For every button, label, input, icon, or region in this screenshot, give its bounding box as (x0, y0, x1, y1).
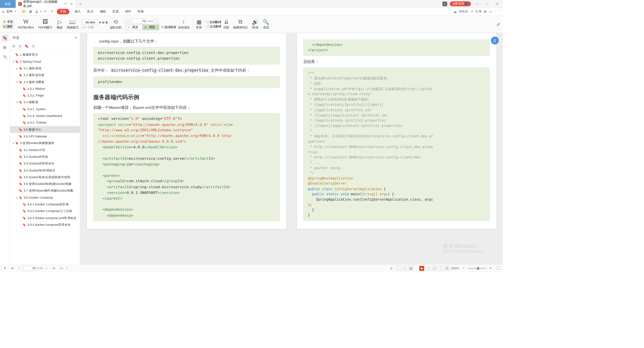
rotate-doc[interactable]: ⟲旋转文档 (108, 19, 123, 29)
sb-layout2-icon[interactable]: ▫ (64, 266, 70, 270)
collapse-ribbon-icon[interactable]: ˆ (500, 10, 501, 14)
gear-icon[interactable]: ⚙ (484, 10, 487, 14)
fullscreen-icon[interactable]: ⛶ (495, 266, 501, 270)
bookmark-options-icon[interactable]: ☰ (32, 44, 35, 48)
next-page-icon[interactable]: › (44, 266, 50, 270)
bookmark-item[interactable]: ▾🔖2.4 熔断器 (10, 99, 80, 106)
sb-face-icon[interactable]: ☺ (388, 266, 394, 270)
bookmark-item[interactable]: 🔖2.2 服务提供者 (10, 72, 80, 78)
double-page-option[interactable]: ▫▫ 双页 (142, 24, 159, 30)
background-button[interactable]: ▦背景 (194, 19, 204, 29)
open-icon[interactable]: 📂 (21, 10, 27, 14)
bookmark-item[interactable]: 🔖2.4.2. Hystrix Dashboard (10, 113, 80, 119)
cloud-link-icon[interactable]: 🔗 (496, 22, 500, 26)
full-translate-toggle[interactable]: 全文翻译 (206, 24, 221, 28)
file-menu[interactable]: 文件 (6, 9, 13, 14)
bookmark-item[interactable]: 🔖3.3 Docker的常用命令 (10, 160, 80, 167)
sb-btn-4[interactable]: ⊡ (445, 266, 449, 271)
thumbnails-icon[interactable]: ▤ (1, 44, 8, 51)
menu-protect[interactable]: 保护 (122, 9, 134, 14)
share-icon[interactable]: ↗ (470, 10, 473, 14)
actual-size-icon[interactable]: ◻ (88, 25, 90, 28)
prev-page-button[interactable]: ‹ (126, 18, 130, 24)
minimize-button[interactable]: — (474, 2, 481, 6)
bookmark-item[interactable]: 🔖3.1 Docker介绍 (10, 146, 80, 153)
fit-page-icon[interactable]: ▫ (86, 25, 87, 28)
bookmark-item[interactable]: 🔖3.8.3 docker-compose.yml常用命令 (10, 214, 80, 221)
more-icon[interactable]: ⋮ (494, 10, 497, 14)
close-tab-icon[interactable]: ✕ (70, 2, 73, 6)
sb-btn-1[interactable]: □ (426, 266, 430, 271)
bookmark-item[interactable]: 🔖3.7 使用Maven插件构建Docker镜像 (10, 187, 80, 194)
bookmark-item[interactable]: 🔖1 微服务简介 (10, 51, 80, 58)
undo-icon[interactable]: ↶ (43, 10, 48, 14)
guest-login-button[interactable]: 访客登录👤 (450, 1, 471, 6)
continuous-read-toggle[interactable]: 连续阅读 (161, 25, 176, 29)
floating-tool-icon[interactable]: ☰ (491, 37, 499, 44)
start-tab[interactable]: 开始 (57, 9, 69, 14)
bookmark-item[interactable]: 🔖3.8.1 Docker Compose的安装 (10, 201, 80, 208)
menu-edit[interactable]: 编辑 (97, 9, 109, 14)
view-mode-2[interactable]: ▫▫ (402, 266, 407, 271)
menu-convert[interactable]: 转换 (135, 9, 146, 14)
sb-btn-3[interactable]: ▫ (438, 266, 443, 271)
zoom-in-icon[interactable]: ⊕ (105, 20, 108, 24)
view-mode-3[interactable]: ▤ (409, 266, 413, 271)
bookmark-item[interactable]: 🔖2.5 配置中心 (10, 126, 80, 133)
menu-insert[interactable]: 插入 (72, 9, 84, 14)
bookmark-item[interactable]: 🔖2.3.2. Feign (10, 92, 80, 99)
menu-page[interactable]: 页面 (110, 9, 121, 14)
view-mode-1[interactable]: ▫ (396, 266, 400, 271)
redo-icon[interactable]: ↷ (49, 10, 54, 14)
bookmark-item[interactable]: ▾🔖3.8 Docker Compose (10, 194, 80, 201)
zoom-input[interactable] (83, 20, 98, 25)
compress-button[interactable]: ⇊压缩 (221, 19, 231, 29)
bookmark-item[interactable]: 🔖2.4.3. Turbine (10, 119, 80, 126)
close-window-button[interactable]: ✕ (493, 2, 501, 6)
save-icon[interactable]: 🖶 (28, 10, 33, 14)
new-tab-button[interactable]: + (76, 1, 85, 6)
bookmark-item[interactable]: 🔖3.2 Docker的安装 (10, 153, 80, 160)
window-mode-icon[interactable]: ▭ (489, 10, 492, 14)
bookmark-item[interactable]: ▾🔖3 使用Docker构建微服务 (10, 140, 80, 146)
hand-tool[interactable]: ✋ 手型 (3, 20, 13, 24)
status-page-input[interactable] (23, 266, 36, 271)
sb-layout1-icon[interactable]: ▭ (58, 266, 64, 270)
page-input[interactable] (131, 18, 146, 24)
maximize-button[interactable]: □ (484, 2, 491, 6)
bookmark-item[interactable]: 🔖3.6 使用Dockerfile构建Docker镜像 (10, 181, 80, 187)
bookmark-item[interactable]: 🔖2.3.1 Ribbon (10, 85, 80, 92)
menu-annotate[interactable]: 批注 (85, 9, 96, 14)
expand-all-icon[interactable]: ⊞ (12, 44, 15, 48)
single-page-option[interactable]: ▫ 单页 (126, 24, 142, 30)
bookmark-item[interactable]: ▾🔖2 Spring Cloud (10, 58, 80, 65)
sb-hamburger-icon[interactable]: ≡ (2, 266, 8, 270)
print-icon[interactable]: 🖨 (34, 10, 40, 14)
bookmarks-icon[interactable]: 🔖 (1, 34, 8, 41)
notification-badge[interactable]: 1 (442, 1, 447, 6)
bookmark-item[interactable]: 🔖3.4 Dockerfile常用指令 (10, 167, 80, 173)
bookmark-item[interactable]: 🔖3.5 Docker私有仓库的搭建与使用 (10, 174, 80, 181)
bookmark-item[interactable]: 🔖2.6 API Gateway (10, 133, 80, 140)
document-view[interactable]: ☰ config-repo，创建以下几个文件： microservice-con… (80, 33, 503, 264)
cloud-icon[interactable]: ☁ (453, 10, 457, 14)
zoom-out-icon[interactable]: ⊖ (102, 20, 104, 24)
auto-scroll[interactable]: ↕自动滚动 (176, 19, 192, 29)
screenshot-compare[interactable]: ⧉截图和对比 (231, 19, 250, 29)
bookmarks-tree[interactable]: 🔖1 微服务简介▾🔖2 Spring Cloud▸🔖2.1 服务发现🔖2.2 服… (10, 50, 80, 265)
bookmark-item[interactable]: ▾🔖2.3 服务消费者 (10, 78, 80, 85)
attachments-icon[interactable]: 📎 (1, 53, 8, 60)
play-button[interactable]: ▷播放 (55, 19, 65, 29)
fit-width-icon[interactable]: ▭ (83, 25, 85, 28)
hamburger-icon[interactable]: ≡ (2, 10, 4, 14)
pdf-to-image[interactable]: 🖼PDF转图片 (36, 19, 54, 29)
pdf-to-office[interactable]: WPDF转Office (16, 19, 36, 29)
bookmark-item[interactable]: ▸🔖2.1 服务发现 (10, 65, 80, 72)
zoom-in-sb-icon[interactable]: + (488, 266, 493, 270)
bookmark-item[interactable]: 🔖2.4.1. Hystrix (10, 106, 80, 113)
document-tab[interactable]: P 使用SpringCl...r实战微服务.pdf ⟳ ✕ (16, 0, 76, 8)
first-page-icon[interactable]: ⇤ (10, 266, 16, 270)
close-panel-icon[interactable]: ✕ (74, 36, 77, 40)
zoom-out-sb-icon[interactable]: − (461, 266, 466, 270)
collapse-all-icon[interactable]: ⊟ (18, 44, 21, 48)
